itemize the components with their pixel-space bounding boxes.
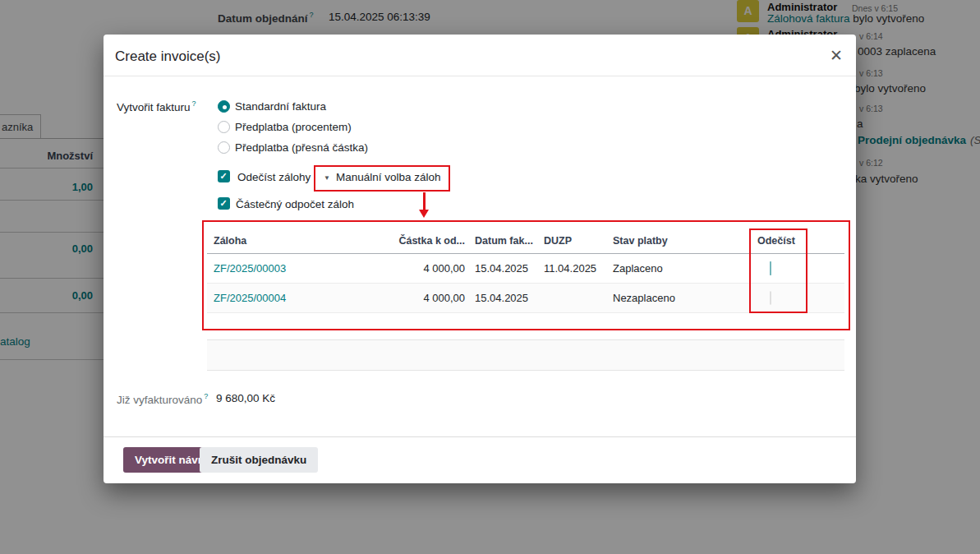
deduct-mode-dropdown[interactable]: Manuální volba záloh	[336, 171, 441, 183]
already-invoiced-label: Již vyfakturováno?	[117, 392, 208, 406]
partial-deduction-label: Částečný odpočet záloh	[236, 198, 354, 210]
create-invoice-label: Vytvořit fakturu?	[117, 99, 196, 113]
radio-downpayment-fixed-label: Předplatba (přesná částka)	[235, 141, 368, 154]
chevron-down-icon: ▼	[324, 174, 330, 182]
col-invoice-date[interactable]: Datum fak...	[468, 229, 537, 253]
already-invoiced-value: 9 680,00 Kč	[216, 392, 275, 404]
col-deposit[interactable]: Záloha	[207, 229, 386, 253]
invoice-date-cell: 15.04.2025	[468, 253, 537, 283]
annotation-arrow	[423, 192, 426, 210]
radio-downpayment-percentage-label: Předplatba (procentem)	[235, 121, 352, 133]
cancel-order-button[interactable]: Zrušit objednávku	[200, 447, 318, 473]
col-duzp[interactable]: DUZP	[537, 229, 606, 253]
invoice-date-cell: 15.04.2025	[468, 283, 537, 312]
help-icon: ?	[204, 392, 208, 400]
empty-table-row	[207, 339, 844, 371]
table-row[interactable]: ZF/2025/00003 4 000,00 15.04.2025 11.04.…	[207, 253, 844, 283]
dialog-footer: Vytvořit návrh Zrušit objednávku	[104, 436, 856, 483]
radio-downpayment-fixed[interactable]	[218, 141, 230, 154]
dialog-title: Create invoice(s)	[115, 48, 221, 65]
create-invoice-dialog: Create invoice(s) ✕ Vytvořit fakturu? St…	[104, 35, 856, 483]
deduct-downpayments-checkbox[interactable]	[218, 170, 230, 182]
deposit-link[interactable]: ZF/2025/00003	[214, 262, 286, 275]
col-payment-status[interactable]: Stav platby	[606, 229, 751, 253]
annotation-arrowhead-icon	[419, 210, 429, 218]
row-deduct-checkbox[interactable]	[770, 291, 771, 305]
row-deduct-checkbox[interactable]	[770, 261, 771, 275]
partial-deduction-checkbox[interactable]	[218, 197, 230, 210]
deduct-downpayments-label: Odečíst zálohy	[237, 171, 311, 183]
amount-cell: 4 000,00	[386, 253, 468, 283]
radio-downpayment-percentage[interactable]	[218, 121, 230, 133]
radio-standard-invoice-label: Standardní faktura	[235, 100, 326, 113]
payment-status-cell: Zaplaceno	[606, 253, 751, 283]
table-row[interactable]: ZF/2025/00004 4 000,00 15.04.2025 Nezapl…	[207, 283, 844, 312]
divider	[104, 76, 856, 76]
close-icon[interactable]: ✕	[825, 44, 848, 67]
help-icon: ?	[192, 99, 196, 108]
table-header-row: Záloha Částka k od... Datum fak... DUZP …	[207, 229, 844, 253]
col-deduct[interactable]: Odečíst	[751, 229, 802, 253]
col-amount[interactable]: Částka k od...	[386, 229, 468, 253]
deposit-link[interactable]: ZF/2025/00004	[214, 292, 286, 304]
amount-cell: 4 000,00	[386, 283, 468, 312]
payment-status-cell: Nezaplaceno	[606, 283, 751, 312]
duzp-cell	[537, 283, 606, 312]
duzp-cell: 11.04.2025	[537, 253, 606, 283]
radio-standard-invoice[interactable]	[218, 100, 230, 113]
deposits-table: Záloha Částka k od... Datum fak... DUZP …	[207, 229, 844, 313]
